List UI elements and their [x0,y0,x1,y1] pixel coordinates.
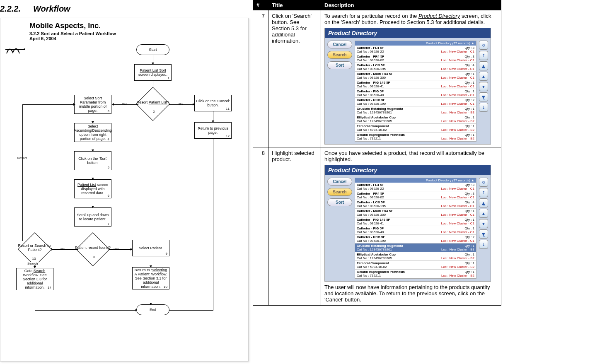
list-item[interactable]: Cruciate Retaining AugmentaCat No : 1234… [355,106,476,115]
section-number: 2.2.2. [0,4,21,13]
product-directory-screenshot: Product Directory Cancel Search Sort Pro… [324,28,491,145]
node-start: Start [136,44,169,55]
scroll-down-icon[interactable]: ▼ [479,82,488,91]
step-title: Highlight selected product. [268,147,321,306]
list-item[interactable]: Femoral ComponentCat No : 5994-16-02Qty … [355,261,476,270]
sort-button[interactable]: Sort [327,198,352,206]
col-num: # [253,0,268,10]
thumb-title: Product Directory [325,165,491,175]
node-5: Click on the 'Sort' button.5 [74,151,111,170]
step-description: Once you have selected a product, that r… [321,147,501,306]
node-4: Select Ascending/Descending option from … [74,123,111,142]
node-12: Return to previous page.12 [194,122,232,139]
search-button[interactable]: Search [327,188,352,196]
step-description: To search for a particular record on the… [321,10,501,147]
page-down-icon[interactable]: ▼̲ [479,92,488,101]
list-item[interactable]: Catheter - FR4 5FCat No : 08526-02Qty : … [355,191,476,200]
list-item[interactable]: Elliptical Acetabular CupCat No : 123456… [355,115,476,124]
step-number: 7 [253,10,268,147]
list-item[interactable]: Catheter - Multi FR4 5FCat No : 08526-30… [355,209,476,217]
scroll-up-icon[interactable]: ▲ [479,209,488,218]
node-6: Patient List screen displayed with resor… [74,179,111,198]
product-list: Product Directory (37 records) ▲ Cathete… [355,178,476,279]
diagram-date: April 6, 2004 [29,36,245,41]
list-item[interactable]: Gelatin Impregnated ProthesisCat No : 73… [355,133,476,141]
node-14: Goto Search Workflow. See Section 3.3 fo… [16,268,53,290]
list-item[interactable]: Catheter - PIG 145 5FCat No : 08526-41Qt… [355,217,476,226]
company-name: Mobile Aspects, Inc. [29,22,245,30]
sort-button[interactable]: Sort [327,61,352,69]
scroll-up-icon[interactable]: ▲ [479,72,488,81]
section-heading: 2.2.2.Workflow [0,4,249,14]
table-row: 8 Highlight selected product. Once you h… [253,147,501,306]
scroll-top-icon[interactable]: ⤒ [479,51,488,60]
col-desc: Description [321,0,501,10]
node-10: Return to 'Selecting A Patient' Workflow… [132,267,169,289]
diagram-subtitle: 3.2.2 Sort and Select a Patient Workflow [29,31,245,36]
node-3: Select Sort Parameter from middle portio… [74,95,111,114]
node-1: Patient List Sortscreen displayed.1 [134,64,172,81]
node-end: End [136,304,169,315]
node-11: Click on the 'Cancel' button.11 [194,95,232,111]
node-decision-2: Resort Patient List? 2 [136,92,169,113]
table-row: 7 Click on 'Search' button. See Section … [253,10,501,147]
list-item[interactable]: Catheter - FR4 5FCat No : 08526-02Qty : … [355,54,476,63]
list-item[interactable]: Catheter - FL4 5FCat No : 08526-22Qty : … [355,183,476,191]
page-up-icon[interactable]: ▲̲ [479,198,488,207]
search-button[interactable]: Search [327,51,352,59]
list-count: Product Directory (37 records) ▲ [355,178,476,183]
step-number: 8 [253,147,268,306]
cancel-button[interactable]: Cancel [327,41,352,48]
node-decision-8: Patient record found? 8 [76,237,109,258]
node-9: Select Patient.9 [132,240,169,256]
product-list: Product Directory (37 records) ▲ Cathete… [355,41,476,142]
section-title: Workflow [33,4,70,13]
list-item[interactable]: Catheter - LCB 5FCat No : 08526-195Qty :… [355,200,476,209]
cancel-button[interactable]: Cancel [327,178,352,186]
col-title: Title [268,0,321,10]
refresh-icon[interactable]: ↻ [479,41,488,50]
page-down-icon[interactable]: ▼̲ [479,229,488,239]
scroll-bottom-icon[interactable]: ⤓ [479,103,488,112]
list-item[interactable]: Catheter - Multi FR4 5FCat No : 08526-30… [355,72,476,80]
list-item[interactable]: Catheter - RCB 5FCat No : 08526-190Qty :… [355,98,476,106]
node-7: Scroll up and down to locate patient.7 [74,207,111,227]
page-up-icon[interactable]: ▲̲ [479,61,488,70]
scroll-down-icon[interactable]: ▼ [479,219,488,228]
thumb-title: Product Directory [325,28,491,38]
step-title: Click on 'Search' button. See Section 5.… [268,10,321,147]
list-item[interactable]: Femoral ComponentCat No : 5994-16-02Qty … [355,124,476,133]
list-item[interactable]: Catheter - PIG 145 5FCat No : 08526-41Qt… [355,80,476,89]
workflow-diagram: Mobile Aspects, Inc. 3.2.2 Sort and Sele… [0,18,249,362]
list-item[interactable]: Catheter - RCB 5FCat No : 08526-190Qty :… [355,235,476,243]
list-item[interactable]: Cruciate Retaining AugmentaCat No : 1234… [355,243,476,252]
list-item[interactable]: Catheter - PIG 5FCat No : 08526-40Qty : … [355,89,476,98]
list-item[interactable]: Gelatin Impregnated ProthesisCat No : 73… [355,270,476,278]
product-directory-screenshot: Product Directory Cancel Search Sort Pro… [324,165,491,282]
list-item[interactable]: Catheter - PIG 5FCat No : 08526-40Qty : … [355,226,476,235]
refresh-icon[interactable]: ↻ [479,178,488,187]
list-item[interactable]: Catheter - LCB 5FCat No : 08526-195Qty :… [355,63,476,72]
steps-table: # Title Description 7 Click on 'Search' … [253,0,501,306]
scroll-bottom-icon[interactable]: ⤓ [479,240,488,249]
list-item[interactable]: Elliptical Acetabular CupCat No : 123456… [355,252,476,261]
node-decision-13: Resort or Search for Patient? 13 [18,237,51,258]
list-count: Product Directory (37 records) ▲ [355,41,476,46]
list-item[interactable]: Catheter - FL4 5FCat No : 08526-22Qty : … [355,46,476,54]
scroll-top-icon[interactable]: ⤒ [479,188,488,197]
